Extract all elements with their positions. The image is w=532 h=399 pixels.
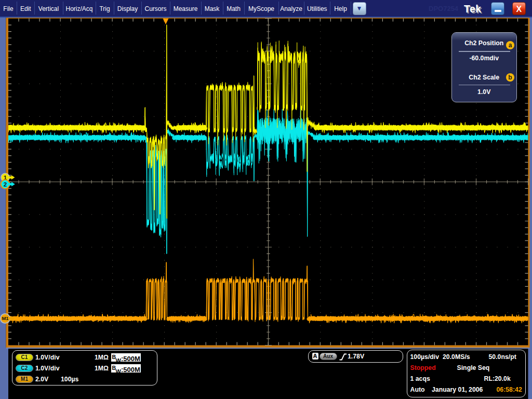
svg-text:2: 2	[4, 181, 7, 188]
svg-text:M1: M1	[2, 315, 9, 321]
